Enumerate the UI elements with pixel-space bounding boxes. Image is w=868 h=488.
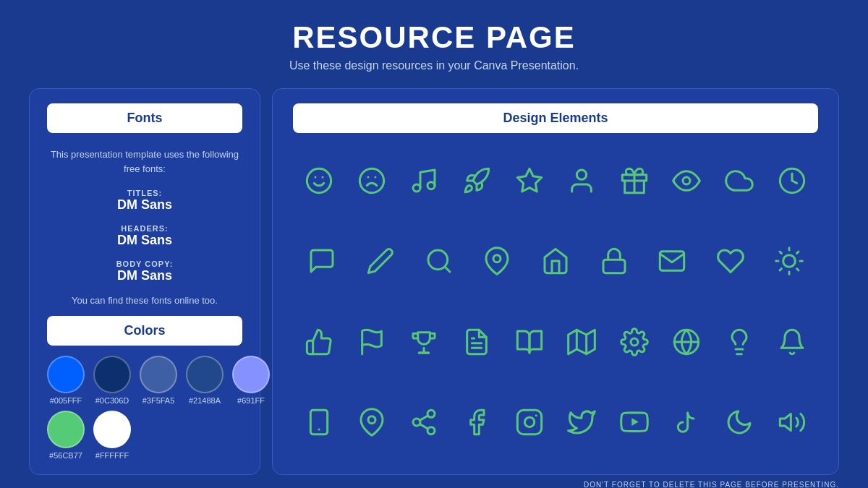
font-name-titles: DM Sans: [47, 197, 242, 213]
svg-line-25: [780, 269, 781, 270]
cloud-icon: [714, 160, 765, 201]
svg-line-15: [444, 267, 449, 272]
colors-section: Colors #005FFF #0C306D #3F5FA5 #21488A: [47, 316, 242, 460]
svg-point-0: [307, 168, 331, 192]
star-icon: [504, 160, 555, 201]
footer-note: DON'T FORGET TO DELETE THIS PAGE BEFORE …: [29, 481, 839, 488]
globe-icon: [661, 322, 712, 362]
color-item-7: #FFFFFF: [93, 411, 131, 460]
chat-icon: [297, 241, 347, 281]
pin-icon: [472, 241, 522, 281]
color-label-5: #691FF: [237, 396, 265, 405]
color-label-4: #21488A: [189, 396, 221, 405]
font-entry-titles: TITLES: DM Sans: [47, 189, 242, 213]
map-icon: [556, 322, 607, 362]
color-circle-3: [140, 356, 177, 393]
font-entry-headers: HEADERS: DM Sans: [47, 224, 242, 248]
svg-point-18: [783, 255, 795, 267]
location-icon: [346, 402, 397, 442]
youtube-icon: [609, 402, 660, 442]
page-title: RESOURCE PAGE: [292, 20, 576, 55]
icons-row-1: [293, 143, 818, 218]
share-icon: [399, 402, 449, 442]
font-name-body: DM Sans: [47, 268, 242, 283]
gear-icon: [609, 322, 660, 362]
music-icon: [399, 160, 449, 201]
lightbulb-icon: [714, 322, 765, 362]
color-circle-7: [93, 411, 131, 448]
fonts-header: Fonts: [47, 103, 242, 133]
svg-rect-40: [311, 411, 328, 435]
font-name-headers: DM Sans: [47, 233, 242, 248]
svg-rect-48: [517, 411, 541, 435]
sad-icon: [346, 160, 397, 201]
font-label-body: BODY COPY:: [47, 260, 242, 268]
home-icon: [530, 241, 581, 281]
color-label-6: #56CB77: [49, 451, 82, 460]
svg-point-9: [577, 170, 587, 179]
pencil-icon: [355, 241, 406, 281]
page-subtitle: Use these design resources in your Canva…: [289, 59, 579, 72]
heart-icon: [705, 241, 756, 281]
svg-marker-50: [631, 418, 639, 426]
rocket-icon: [451, 160, 502, 201]
icons-row-2: [293, 224, 818, 299]
megaphone-icon: [767, 402, 817, 442]
color-label-2: #0C306D: [95, 396, 129, 405]
icons-row-3: [293, 304, 818, 380]
color-circle-1: [47, 356, 85, 393]
trophy-icon: [399, 322, 449, 362]
svg-marker-8: [517, 168, 541, 192]
fonts-online-text: You can find these fonts online too.: [47, 295, 242, 306]
color-label-3: #3F5FA5: [142, 396, 175, 405]
svg-point-16: [493, 255, 501, 262]
svg-line-47: [420, 416, 428, 421]
color-circle-4: [186, 356, 224, 393]
colors-row-2: #56CB77 #FFFFFF: [47, 411, 242, 460]
colors-header: Colors: [47, 316, 242, 346]
tiktok-icon: [661, 402, 712, 442]
icons-grid: [293, 143, 818, 460]
svg-line-22: [796, 269, 798, 270]
colors-row-1: #005FFF #0C306D #3F5FA5 #21488A #691FF: [47, 356, 242, 405]
color-item-2: #0C306D: [93, 356, 131, 405]
font-label-headers: HEADERS:: [47, 224, 242, 233]
svg-line-21: [780, 252, 781, 253]
color-label-1: #005FFF: [50, 396, 82, 405]
sun-icon: [764, 241, 814, 281]
color-item-6: #56CB77: [47, 411, 85, 460]
color-circle-5: [232, 356, 270, 393]
icons-row-4: [293, 385, 818, 461]
svg-rect-17: [603, 260, 625, 273]
svg-line-26: [796, 252, 798, 253]
font-label-titles: TITLES:: [47, 189, 242, 197]
color-item-5: #691FF: [232, 356, 270, 405]
left-panel: Fonts This presentation template uses th…: [29, 88, 260, 475]
svg-point-7: [427, 181, 435, 189]
color-item-3: #3F5FA5: [140, 356, 177, 405]
flag-icon: [346, 322, 397, 362]
svg-point-12: [683, 177, 690, 184]
svg-marker-32: [569, 330, 595, 354]
font-entry-body: BODY COPY: DM Sans: [47, 260, 242, 283]
right-panel: Design Elements: [272, 88, 839, 475]
bell-icon: [767, 322, 817, 362]
search-icon: [414, 241, 464, 281]
svg-line-46: [420, 424, 428, 429]
svg-point-42: [368, 416, 375, 424]
twitter-icon: [556, 402, 607, 442]
gift-icon: [609, 160, 660, 201]
fonts-description: This presentation template uses the foll…: [47, 147, 242, 176]
color-circle-6: [47, 411, 85, 448]
thumbsup-icon: [294, 322, 344, 362]
svg-point-6: [413, 184, 420, 192]
instagram-icon: [504, 402, 555, 442]
svg-point-3: [359, 168, 383, 192]
eye-icon: [661, 160, 712, 201]
moon-icon: [714, 402, 765, 442]
lock-icon: [589, 241, 639, 281]
svg-point-35: [631, 338, 638, 346]
mobile-icon: [294, 402, 344, 442]
design-elements-header: Design Elements: [293, 103, 818, 133]
clock-icon: [767, 160, 817, 201]
